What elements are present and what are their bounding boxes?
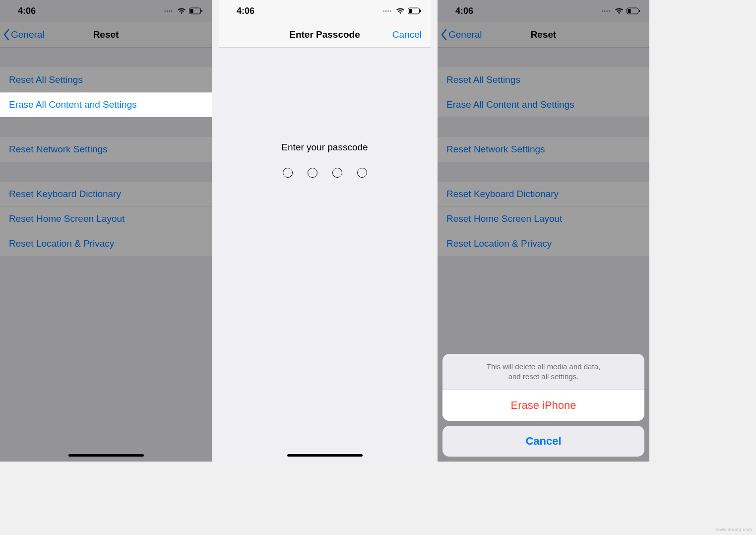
list-group-3: Reset Keyboard Dictionary Reset Home Scr…	[0, 182, 212, 256]
reset-network-item[interactable]: Reset Network Settings	[0, 137, 212, 162]
back-button[interactable]: General	[3, 29, 45, 40]
status-bar: 4:06 ••••	[219, 0, 431, 22]
cellular-dots-icon: ••••	[383, 8, 392, 14]
list-group-2: Reset Network Settings	[438, 137, 649, 162]
cellular-dots-icon: ••••	[602, 8, 611, 14]
nav-bar: General Reset	[0, 22, 212, 48]
svg-rect-7	[628, 9, 631, 13]
cancel-button[interactable]: Cancel	[392, 29, 422, 40]
svg-rect-5	[420, 10, 421, 12]
reset-home-screen-item[interactable]: Reset Home Screen Layout	[0, 206, 212, 231]
passcode-dot-1	[283, 168, 293, 178]
passcode-dot-2	[308, 168, 317, 178]
back-button[interactable]: General	[441, 29, 482, 40]
status-time: 4:06	[455, 6, 473, 16]
list-group-1: Reset All Settings Erase All Content and…	[438, 67, 649, 117]
svg-rect-1	[190, 9, 193, 13]
passcode-prompt: Enter your passcode	[219, 142, 431, 153]
screenshot-reset-menu: 4:06 •••• General Reset Reset All Settin…	[0, 0, 212, 462]
svg-rect-4	[409, 9, 412, 13]
reset-all-settings-item[interactable]: Reset All Settings	[438, 67, 649, 92]
wifi-icon	[177, 7, 186, 14]
battery-icon	[408, 7, 422, 14]
reset-all-settings-item[interactable]: Reset All Settings	[0, 67, 212, 92]
status-bar: 4:06 ••••	[438, 0, 649, 22]
sheet-msg-line1: This will delete all media and data,	[487, 362, 600, 371]
nav-bar: Enter Passcode Cancel	[219, 22, 431, 48]
chevron-left-icon	[441, 29, 447, 40]
erase-all-content-item[interactable]: Erase All Content and Settings	[0, 92, 212, 117]
list-group-1: Reset All Settings	[0, 67, 212, 92]
sheet-msg-line2: and reset all settings.	[508, 372, 579, 381]
erase-all-content-item[interactable]: Erase All Content and Settings	[438, 92, 649, 117]
wifi-icon	[615, 7, 624, 14]
reset-home-screen-item[interactable]: Reset Home Screen Layout	[438, 206, 649, 231]
screenshot-confirm-erase: 4:06 •••• General Reset Reset All Settin…	[438, 0, 649, 462]
status-time: 4:06	[18, 6, 36, 16]
svg-rect-2	[201, 10, 202, 12]
page-title: Enter Passcode	[289, 29, 360, 40]
reset-location-item[interactable]: Reset Location & Privacy	[438, 231, 649, 256]
action-sheet-main: This will delete all media and data, and…	[442, 354, 644, 421]
wifi-icon	[396, 7, 405, 14]
status-time: 4:06	[237, 6, 254, 16]
cellular-dots-icon: ••••	[164, 8, 173, 14]
back-label: General	[448, 29, 482, 40]
reset-location-item[interactable]: Reset Location & Privacy	[0, 231, 212, 256]
nav-bar: General Reset	[438, 22, 649, 48]
passcode-dot-3	[332, 168, 342, 178]
cancel-button[interactable]: Cancel	[442, 426, 644, 457]
reset-keyboard-item[interactable]: Reset Keyboard Dictionary	[438, 182, 649, 206]
chevron-left-icon	[3, 29, 10, 40]
status-indicators: ••••	[164, 7, 203, 14]
battery-icon	[189, 7, 203, 14]
status-bar: 4:06 ••••	[0, 0, 212, 22]
status-indicators: ••••	[602, 7, 640, 14]
back-label: General	[11, 29, 45, 40]
svg-rect-8	[639, 10, 640, 12]
passcode-dots	[219, 168, 431, 178]
home-indicator[interactable]	[68, 454, 144, 457]
list-group-3: Reset Keyboard Dictionary Reset Home Scr…	[438, 182, 649, 256]
page-title: Reset	[93, 29, 119, 40]
action-sheet-message: This will delete all media and data, and…	[442, 354, 644, 391]
reset-keyboard-item[interactable]: Reset Keyboard Dictionary	[0, 182, 212, 206]
passcode-dot-4	[357, 168, 367, 178]
reset-network-item[interactable]: Reset Network Settings	[438, 137, 649, 162]
status-indicators: ••••	[383, 7, 422, 14]
action-sheet: This will delete all media and data, and…	[442, 354, 644, 457]
battery-icon	[627, 7, 640, 14]
home-indicator[interactable]	[287, 454, 363, 457]
list-group-2: Reset Network Settings	[0, 137, 212, 162]
erase-iphone-button[interactable]: Erase iPhone	[442, 390, 644, 421]
page-title: Reset	[531, 29, 557, 40]
screenshot-passcode: 4:06 •••• Enter Passcode Cancel Enter yo…	[219, 0, 431, 462]
